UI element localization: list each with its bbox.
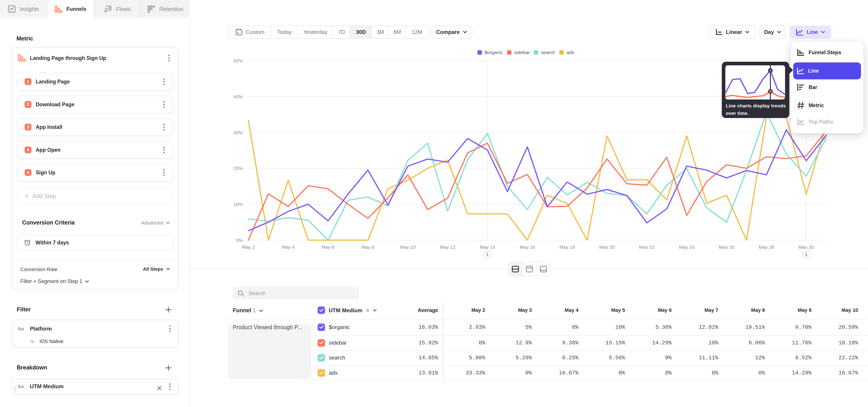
svg-text:May 18: May 18 [559, 244, 575, 250]
svg-text:May 2: May 2 [242, 244, 255, 250]
svg-text:10%: 10% [233, 202, 243, 207]
svg-text:40%: 40% [233, 94, 243, 99]
svg-text:May 20: May 20 [599, 244, 615, 250]
svg-text:May 28: May 28 [758, 244, 774, 250]
svg-text:50%: 50% [233, 58, 243, 63]
svg-text:May 12: May 12 [440, 244, 456, 250]
svg-text:May 14: May 14 [480, 244, 495, 250]
svg-text:May 24: May 24 [679, 244, 694, 250]
svg-text:May 30: May 30 [798, 244, 814, 250]
svg-text:May 10: May 10 [400, 244, 416, 250]
svg-text:May 8: May 8 [362, 244, 374, 250]
svg-text:May 6: May 6 [322, 244, 335, 250]
svg-text:0%: 0% [236, 238, 243, 243]
svg-text:20%: 20% [233, 166, 243, 171]
svg-text:May 16: May 16 [520, 244, 535, 250]
svg-text:May 4: May 4 [282, 244, 295, 250]
svg-text:May 26: May 26 [719, 244, 735, 250]
svg-text:30%: 30% [233, 130, 243, 135]
svg-text:May 22: May 22 [639, 244, 655, 250]
